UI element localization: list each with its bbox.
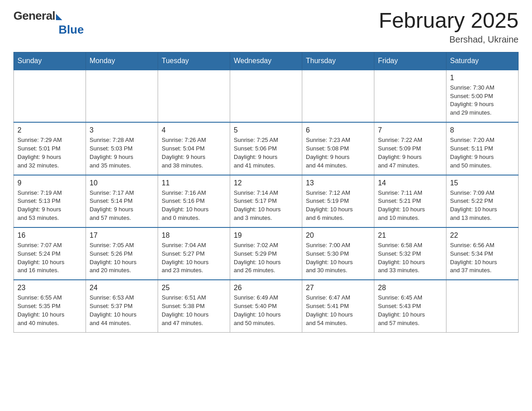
day-number: 20 — [306, 231, 370, 240]
table-row: 1Sunrise: 7:30 AMSunset: 5:00 PMDaylight… — [446, 70, 519, 122]
col-thursday: Thursday — [302, 52, 374, 70]
day-info: Sunrise: 6:49 AMSunset: 5:40 PMDaylight:… — [234, 294, 298, 327]
table-row: 16Sunrise: 7:07 AMSunset: 5:24 PMDayligh… — [14, 227, 86, 280]
day-number: 28 — [378, 284, 442, 292]
day-number: 24 — [90, 284, 154, 292]
table-row: 24Sunrise: 6:53 AMSunset: 5:37 PMDayligh… — [86, 280, 158, 332]
table-row: 14Sunrise: 7:11 AMSunset: 5:21 PMDayligh… — [374, 175, 446, 227]
title-area: February 2025 Bershad, Ukraine — [379, 9, 519, 45]
day-info: Sunrise: 7:23 AMSunset: 5:08 PMDaylight:… — [306, 136, 370, 170]
day-number: 10 — [90, 179, 154, 187]
day-number: 2 — [17, 126, 82, 134]
table-row: 13Sunrise: 7:12 AMSunset: 5:19 PMDayligh… — [302, 175, 374, 227]
day-info: Sunrise: 7:00 AMSunset: 5:30 PMDaylight:… — [306, 241, 370, 275]
col-tuesday: Tuesday — [158, 52, 230, 70]
day-number: 17 — [90, 231, 154, 240]
table-row: 15Sunrise: 7:09 AMSunset: 5:22 PMDayligh… — [446, 175, 519, 227]
calendar-header-row: Sunday Monday Tuesday Wednesday Thursday… — [14, 52, 519, 70]
col-sunday: Sunday — [14, 52, 86, 70]
day-number: 5 — [234, 126, 298, 134]
day-number: 11 — [162, 179, 226, 187]
table-row: 20Sunrise: 7:00 AMSunset: 5:30 PMDayligh… — [302, 227, 374, 280]
day-info: Sunrise: 7:29 AMSunset: 5:01 PMDaylight:… — [17, 136, 82, 170]
day-info: Sunrise: 7:20 AMSunset: 5:11 PMDaylight:… — [450, 136, 515, 170]
table-row: 4Sunrise: 7:26 AMSunset: 5:04 PMDaylight… — [158, 122, 230, 175]
table-row: 10Sunrise: 7:17 AMSunset: 5:14 PMDayligh… — [86, 175, 158, 227]
day-info: Sunrise: 6:56 AMSunset: 5:34 PMDaylight:… — [450, 241, 515, 275]
day-info: Sunrise: 6:58 AMSunset: 5:32 PMDaylight:… — [378, 241, 442, 275]
table-row: 28Sunrise: 6:45 AMSunset: 5:43 PMDayligh… — [374, 280, 446, 332]
day-info: Sunrise: 7:30 AMSunset: 5:00 PMDaylight:… — [450, 84, 515, 117]
table-row: 18Sunrise: 7:04 AMSunset: 5:27 PMDayligh… — [158, 227, 230, 280]
day-number: 6 — [306, 126, 370, 134]
day-info: Sunrise: 7:04 AMSunset: 5:27 PMDaylight:… — [162, 241, 226, 275]
table-row: 25Sunrise: 6:51 AMSunset: 5:38 PMDayligh… — [158, 280, 230, 332]
day-number: 23 — [17, 284, 82, 292]
day-number: 27 — [306, 284, 370, 292]
table-row — [158, 70, 230, 122]
col-saturday: Saturday — [446, 52, 519, 70]
table-row: 17Sunrise: 7:05 AMSunset: 5:26 PMDayligh… — [86, 227, 158, 280]
day-info: Sunrise: 7:12 AMSunset: 5:19 PMDaylight:… — [306, 189, 370, 223]
table-row — [302, 70, 374, 122]
day-number: 16 — [17, 231, 82, 240]
calendar-week-row: 23Sunrise: 6:55 AMSunset: 5:35 PMDayligh… — [14, 280, 519, 332]
day-number: 19 — [234, 231, 298, 240]
logo-blue-text: Blue — [59, 23, 84, 37]
day-info: Sunrise: 6:47 AMSunset: 5:41 PMDaylight:… — [306, 294, 370, 327]
col-friday: Friday — [374, 52, 446, 70]
day-info: Sunrise: 7:14 AMSunset: 5:17 PMDaylight:… — [234, 189, 298, 223]
day-number: 7 — [378, 126, 442, 134]
table-row: 7Sunrise: 7:22 AMSunset: 5:09 PMDaylight… — [374, 122, 446, 175]
col-wednesday: Wednesday — [230, 52, 302, 70]
day-number: 9 — [17, 179, 82, 187]
logo-arrow-icon — [56, 14, 62, 20]
table-row: 8Sunrise: 7:20 AMSunset: 5:11 PMDaylight… — [446, 122, 519, 175]
table-row: 22Sunrise: 6:56 AMSunset: 5:34 PMDayligh… — [446, 227, 519, 280]
day-number: 4 — [162, 126, 226, 134]
table-row — [14, 70, 86, 122]
logo-general-text: General — [13, 9, 55, 23]
day-info: Sunrise: 6:45 AMSunset: 5:43 PMDaylight:… — [378, 294, 442, 327]
day-number: 21 — [378, 231, 442, 240]
table-row: 9Sunrise: 7:19 AMSunset: 5:13 PMDaylight… — [14, 175, 86, 227]
day-info: Sunrise: 7:25 AMSunset: 5:06 PMDaylight:… — [234, 136, 298, 170]
table-row — [86, 70, 158, 122]
day-number: 15 — [450, 179, 515, 187]
day-info: Sunrise: 7:22 AMSunset: 5:09 PMDaylight:… — [378, 136, 442, 170]
table-row: 21Sunrise: 6:58 AMSunset: 5:32 PMDayligh… — [374, 227, 446, 280]
day-number: 14 — [378, 179, 442, 187]
table-row: 6Sunrise: 7:23 AMSunset: 5:08 PMDaylight… — [302, 122, 374, 175]
table-row — [446, 280, 519, 332]
calendar-week-row: 16Sunrise: 7:07 AMSunset: 5:24 PMDayligh… — [14, 227, 519, 280]
table-row: 26Sunrise: 6:49 AMSunset: 5:40 PMDayligh… — [230, 280, 302, 332]
day-number: 3 — [90, 126, 154, 134]
day-info: Sunrise: 7:05 AMSunset: 5:26 PMDaylight:… — [90, 241, 154, 275]
day-info: Sunrise: 7:16 AMSunset: 5:16 PMDaylight:… — [162, 189, 226, 223]
table-row: 27Sunrise: 6:47 AMSunset: 5:41 PMDayligh… — [302, 280, 374, 332]
day-info: Sunrise: 7:19 AMSunset: 5:13 PMDaylight:… — [17, 189, 82, 223]
col-monday: Monday — [86, 52, 158, 70]
day-info: Sunrise: 7:28 AMSunset: 5:03 PMDaylight:… — [90, 136, 154, 170]
day-number: 1 — [450, 74, 515, 82]
day-number: 13 — [306, 179, 370, 187]
table-row: 2Sunrise: 7:29 AMSunset: 5:01 PMDaylight… — [14, 122, 86, 175]
day-info: Sunrise: 6:55 AMSunset: 5:35 PMDaylight:… — [17, 294, 82, 327]
table-row — [374, 70, 446, 122]
day-info: Sunrise: 7:07 AMSunset: 5:24 PMDaylight:… — [17, 241, 82, 275]
location: Bershad, Ukraine — [379, 34, 519, 45]
page-header: General General Blue February 2025 Bersh… — [13, 9, 519, 45]
table-row: 23Sunrise: 6:55 AMSunset: 5:35 PMDayligh… — [14, 280, 86, 332]
logo: General General Blue — [13, 9, 84, 37]
table-row: 11Sunrise: 7:16 AMSunset: 5:16 PMDayligh… — [158, 175, 230, 227]
day-info: Sunrise: 6:51 AMSunset: 5:38 PMDaylight:… — [162, 294, 226, 327]
day-info: Sunrise: 7:26 AMSunset: 5:04 PMDaylight:… — [162, 136, 226, 170]
table-row: 3Sunrise: 7:28 AMSunset: 5:03 PMDaylight… — [86, 122, 158, 175]
day-number: 22 — [450, 231, 515, 240]
calendar-week-row: 2Sunrise: 7:29 AMSunset: 5:01 PMDaylight… — [14, 122, 519, 175]
table-row: 12Sunrise: 7:14 AMSunset: 5:17 PMDayligh… — [230, 175, 302, 227]
calendar-week-row: 1Sunrise: 7:30 AMSunset: 5:00 PMDaylight… — [14, 70, 519, 122]
day-info: Sunrise: 7:02 AMSunset: 5:29 PMDaylight:… — [234, 241, 298, 275]
day-info: Sunrise: 7:11 AMSunset: 5:21 PMDaylight:… — [378, 189, 442, 223]
calendar-week-row: 9Sunrise: 7:19 AMSunset: 5:13 PMDaylight… — [14, 175, 519, 227]
